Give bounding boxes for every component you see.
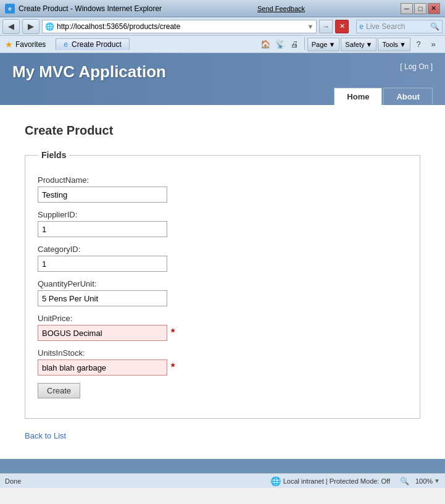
expand-icon[interactable]: »: [426, 38, 440, 51]
units-in-stock-input[interactable]: [38, 359, 167, 376]
zoom-level: 100%: [415, 477, 433, 485]
toolbar-icons: 🏠 📡 🖨 Page ▼ Safety ▼ Tools ▼ ? »: [259, 38, 440, 51]
safety-menu[interactable]: Safety ▼: [341, 38, 376, 51]
address-bar: ◀ ▶ 🌐 http://localhost:53656/products/cr…: [0, 17, 445, 36]
close-button[interactable]: ✕: [428, 3, 440, 14]
unit-price-label: UnitPrice:: [38, 314, 407, 323]
supplier-id-input[interactable]: [38, 221, 167, 237]
status-bar: Done 🌐 Local intranet | Protected Mode: …: [0, 473, 445, 488]
quantity-label: QuantityPerUnit:: [38, 279, 407, 288]
stop-button[interactable]: ✕: [335, 20, 349, 33]
product-name-input[interactable]: [38, 187, 167, 203]
quantity-input[interactable]: [38, 290, 167, 306]
title-bar: e Create Product - Windows Internet Expl…: [0, 0, 445, 17]
favorites-label: Favorites: [15, 40, 46, 49]
quantity-group: QuantityPerUnit:: [38, 279, 407, 306]
app-title: My MVC Application: [12, 62, 166, 82]
page-dropdown-icon: ▼: [328, 41, 335, 48]
zoom-icon: 🔍: [400, 477, 409, 485]
supplier-id-group: SupplierID:: [38, 210, 407, 237]
page-label: Page: [312, 41, 328, 48]
back-button[interactable]: ◀: [2, 19, 20, 34]
page-menu[interactable]: Page ▼: [307, 38, 340, 51]
status-text: Done: [5, 477, 21, 485]
category-id-label: CategoryID:: [38, 245, 407, 254]
forward-button[interactable]: ▶: [22, 19, 40, 34]
category-id-group: CategoryID:: [38, 245, 407, 272]
app-title-row: My MVC Application [ Log On ]: [12, 62, 433, 82]
window-controls: ─ □ ✕: [401, 3, 440, 14]
globe-icon: 🌐: [270, 476, 281, 486]
restore-button[interactable]: □: [414, 3, 426, 14]
print-icon[interactable]: 🖨: [288, 38, 302, 51]
unit-price-group: UnitPrice: *: [38, 314, 407, 341]
supplier-id-label: SupplierID:: [38, 210, 407, 219]
tools-label: Tools: [382, 41, 398, 48]
send-feedback-link[interactable]: Send Feedback: [257, 5, 305, 12]
units-in-stock-row: *: [38, 359, 407, 376]
window-title: Create Product - Windows Internet Explor…: [19, 4, 162, 13]
status-zone: 🌐 Local intranet | Protected Mode: Off: [270, 476, 390, 486]
app-header: My MVC Application [ Log On ] Home About: [0, 53, 445, 105]
unit-price-input[interactable]: [38, 325, 167, 341]
toolbar-separator: [304, 38, 305, 50]
back-to-list-link[interactable]: Back to List: [25, 431, 66, 440]
fields-fieldset: Fields ProductName: SupplierID: Category…: [25, 150, 420, 419]
browser-icon: e: [5, 4, 15, 14]
submit-group: Create: [38, 383, 407, 398]
units-in-stock-group: UnitsInStock: *: [38, 348, 407, 376]
create-button[interactable]: Create: [38, 383, 80, 398]
units-in-stock-label: UnitsInStock:: [38, 348, 407, 358]
about-nav-tab[interactable]: About: [383, 88, 433, 105]
go-button[interactable]: →: [319, 20, 333, 33]
zoom-dropdown-icon[interactable]: ▼: [434, 477, 440, 484]
url-input[interactable]: http://localhost:53656/products/create: [57, 22, 304, 31]
units-in-stock-error-icon: *: [171, 362, 175, 373]
favorites-button[interactable]: ★ Favorites: [5, 40, 46, 49]
favorites-star-icon: ★: [5, 40, 13, 49]
safety-dropdown-icon: ▼: [366, 41, 373, 48]
product-name-group: ProductName:: [38, 175, 407, 203]
unit-price-row: *: [38, 325, 407, 341]
tools-menu[interactable]: Tools ▼: [378, 38, 410, 51]
page-title: Create Product: [25, 124, 420, 138]
nav-tabs: Home About: [12, 88, 433, 105]
live-search-label[interactable]: Live Search: [366, 22, 428, 31]
content-area: Create Product Fields ProductName: Suppl…: [0, 105, 445, 459]
tab-title: Create Product: [72, 40, 122, 49]
category-id-input[interactable]: [38, 256, 167, 272]
product-name-label: ProductName:: [38, 175, 407, 185]
browser-tab[interactable]: e Create Product: [56, 38, 129, 50]
unit-price-error-icon: *: [171, 327, 175, 338]
search-icon[interactable]: 🔍: [430, 22, 439, 31]
fieldset-legend: Fields: [38, 150, 70, 160]
safety-label: Safety: [345, 41, 364, 48]
tools-dropdown-icon: ▼: [399, 41, 406, 48]
rss-icon[interactable]: 📡: [273, 38, 287, 51]
zone-text: Local intranet | Protected Mode: Off: [283, 477, 390, 485]
home-toolbar-icon[interactable]: 🏠: [259, 38, 272, 51]
tab-bar: e Create Product: [56, 38, 253, 50]
login-link[interactable]: [ Log On ]: [400, 62, 433, 71]
browser-content: My MVC Application [ Log On ] Home About…: [0, 53, 445, 473]
favorites-bar: ★ Favorites e Create Product 🏠 📡 🖨 Page …: [0, 36, 445, 53]
live-search-brand-icon: e: [359, 22, 364, 31]
tab-icon: e: [64, 40, 68, 49]
home-nav-tab[interactable]: Home: [334, 88, 382, 105]
title-bar-left: e Create Product - Windows Internet Expl…: [5, 4, 162, 14]
minimize-button[interactable]: ─: [401, 3, 413, 14]
help-button[interactable]: ?: [412, 38, 425, 51]
